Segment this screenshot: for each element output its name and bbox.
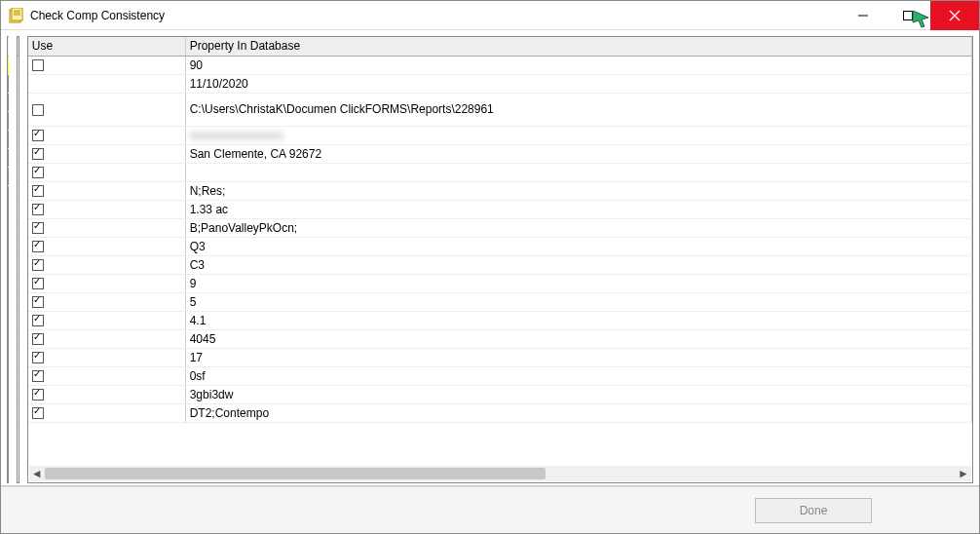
table-row[interactable]: Street Addressxxxxxxxxxxxxxxxx — [18, 126, 19, 144]
cell-use[interactable] — [28, 329, 185, 348]
cell-use[interactable] — [28, 56, 185, 74]
cell-use[interactable] — [28, 218, 185, 237]
checkbox[interactable] — [32, 204, 44, 215]
checkbox[interactable] — [32, 389, 44, 400]
table-row[interactable]: Quality ConstructioQ3 — [18, 237, 19, 255]
table-row[interactable]: DT2;Contempo — [28, 403, 972, 422]
table-row[interactable]: Comp 2xxxxxxxxxxx San Clemente, CA 926YE… — [8, 93, 9, 111]
table-row[interactable]: DesignDT2;Contempo — [18, 403, 19, 422]
scroll-right-icon[interactable]: ► — [956, 466, 971, 481]
table-row[interactable]: Bath Rooms4.1 — [18, 311, 19, 329]
table-row[interactable]: 3gbi3dw — [28, 385, 972, 403]
cell-use[interactable] — [28, 255, 185, 274]
col-description[interactable]: Description — [18, 37, 19, 56]
cell-use[interactable] — [28, 144, 185, 163]
database-grid-panel: Use Property In Database 9011/10/2020C:\… — [27, 36, 973, 483]
checkbox[interactable] — [32, 104, 44, 116]
table-row[interactable]: Comp 4xxxxxxxxxxx San Clemente, CA 92672… — [8, 130, 9, 148]
table-row[interactable]: San Clemente, CA 92672 — [28, 144, 972, 163]
cell-use[interactable] — [28, 200, 185, 218]
cell-use[interactable] — [28, 274, 185, 292]
checkbox[interactable] — [32, 333, 44, 345]
table-row[interactable]: C3 — [28, 255, 972, 274]
table-row[interactable]: Subjectxxxxxxxxxxx San Clemente, CA 9267… — [8, 56, 9, 74]
checkbox[interactable] — [32, 278, 44, 289]
table-row[interactable]: Sales Price — [18, 163, 19, 181]
checkbox[interactable] — [32, 352, 44, 363]
scroll-left-icon[interactable]: ◄ — [29, 466, 45, 481]
cell-use[interactable] — [28, 385, 185, 403]
cell-use[interactable] — [28, 237, 185, 255]
table-row[interactable]: 90 — [28, 56, 972, 74]
comps-grid[interactable]: Type Address In DB UAD Subjectxxxxxxxxxx… — [8, 37, 9, 186]
table-row[interactable]: Comp ID — [18, 56, 19, 74]
cell-use[interactable] — [28, 181, 185, 200]
table-row[interactable]: Report LocationC:\Users\ChristaK\Documen… — [18, 93, 19, 126]
checkbox[interactable] — [32, 59, 44, 71]
table-row[interactable]: 4045 — [28, 329, 972, 348]
maximize-button[interactable] — [886, 1, 930, 30]
table-row[interactable]: 4.1 — [28, 311, 972, 329]
table-row[interactable]: ConditionC3 — [18, 255, 19, 274]
checkbox[interactable] — [32, 130, 44, 141]
checkbox[interactable] — [32, 259, 44, 271]
cell-use[interactable] — [28, 74, 185, 93]
table-row[interactable]: B;PanoValleyPkOcn; — [28, 218, 972, 237]
table-row[interactable]: 11/10/2020 — [28, 74, 972, 93]
done-button[interactable]: Done — [755, 498, 872, 523]
col-property-in-database[interactable]: Property In Database — [185, 37, 971, 56]
checkbox[interactable] — [32, 185, 44, 197]
table-row[interactable]: Site Area1.33 ac — [18, 200, 19, 218]
cell-use[interactable] — [28, 403, 185, 422]
horizontal-scrollbar[interactable]: ◄ ► — [29, 466, 971, 481]
table-row[interactable]: Comp 5xxxxxxxxxxx San Clemente, CA 92672… — [8, 148, 9, 167]
table-row[interactable]: Bed Rooms5 — [18, 292, 19, 311]
table-row[interactable]: Last modified Date — [18, 74, 19, 93]
table-row[interactable]: Comp 1xxxxxxxxxxx San Clemente, CA 92672 — [8, 74, 9, 93]
checkbox[interactable] — [32, 167, 44, 178]
database-grid[interactable]: Use Property In Database 9011/10/2020C:\… — [28, 37, 972, 423]
table-row[interactable]: 9 — [28, 274, 972, 292]
cell-use[interactable] — [28, 348, 185, 366]
table-row[interactable]: 5 — [28, 292, 972, 311]
cell-description: Street Address — [18, 126, 19, 144]
checkbox[interactable] — [32, 315, 44, 326]
table-row[interactable]: Q3 — [28, 237, 972, 255]
table-row[interactable]: Comp 6xxxxxxxxxxx San Clemente, CA 92672… — [8, 167, 9, 185]
minimize-button[interactable] — [841, 1, 886, 30]
checkbox[interactable] — [32, 407, 44, 419]
checkbox[interactable] — [32, 148, 44, 160]
cell-use[interactable] — [28, 366, 185, 385]
table-row[interactable]: 1.33 ac — [28, 200, 972, 218]
table-row[interactable]: City, State, ZipSan Clemente, CA 92672 — [18, 144, 19, 163]
cell-type: Comp 1 — [8, 74, 9, 93]
table-row[interactable]: Gross Living Area4,045 — [18, 329, 19, 348]
checkbox[interactable] — [32, 241, 44, 252]
checkbox[interactable] — [32, 222, 44, 234]
col-type[interactable]: Type — [8, 37, 9, 56]
table-row[interactable]: Comp 3xxxxxxxxxxx San Clemente, CA 92672… — [8, 111, 9, 130]
cell-use[interactable] — [28, 126, 185, 144]
table-row[interactable]: LocationN;Res; — [18, 181, 19, 200]
table-row[interactable]: C:\Users\ChristaK\Documen ClickFORMS\Rep… — [28, 93, 972, 126]
cell-use[interactable] — [28, 93, 185, 126]
cell-use[interactable] — [28, 292, 185, 311]
table-row[interactable]: Total Rooms9 — [18, 274, 19, 292]
table-row[interactable] — [28, 163, 972, 181]
checkbox[interactable] — [32, 370, 44, 382]
table-row[interactable]: N;Res; — [28, 181, 972, 200]
cell-use[interactable] — [28, 163, 185, 181]
cell-use[interactable] — [28, 311, 185, 329]
table-row[interactable]: 0sf — [28, 366, 972, 385]
table-row[interactable]: 17 — [28, 348, 972, 366]
col-use[interactable]: Use — [28, 37, 185, 56]
cell-property: xxxxxxxxxxxxxxxx — [185, 126, 971, 144]
table-row[interactable]: Actual Age17 — [18, 348, 19, 366]
table-row[interactable]: ViewB;PanoValleyPkOcn; — [18, 218, 19, 237]
checkbox[interactable] — [32, 296, 44, 308]
close-button[interactable] — [930, 1, 979, 30]
table-row[interactable]: Basement & Finishe0sf — [18, 366, 19, 385]
table-row[interactable]: Garage3gbi3dw — [18, 385, 19, 403]
report-grid[interactable]: Description Use Property In Report Comp … — [18, 37, 19, 423]
table-row[interactable]: xxxxxxxxxxxxxxxx — [28, 126, 972, 144]
